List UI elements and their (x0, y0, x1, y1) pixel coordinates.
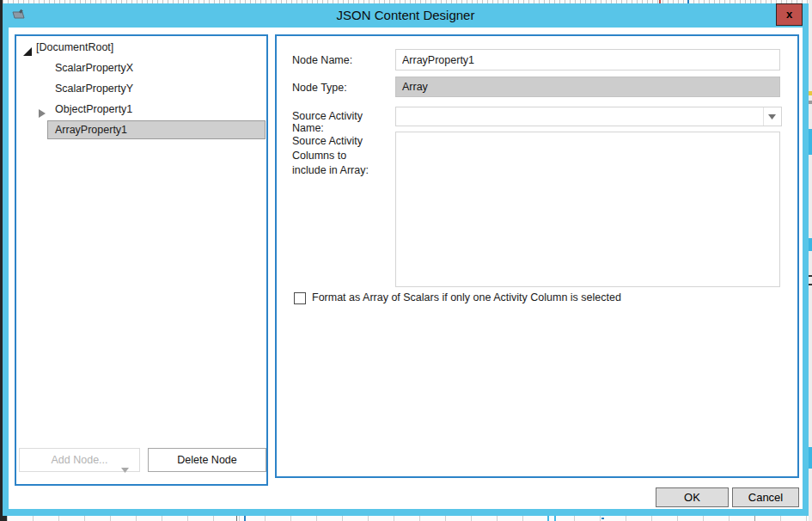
tree-item-scalarpropertyx[interactable]: ScalarPropertyX (16, 58, 133, 77)
format-as-array-checkbox-label[interactable]: Format as Array of Scalars if only one A… (312, 291, 621, 303)
node-type-value: Array (402, 81, 428, 93)
cancel-button-label: Cancel (748, 491, 783, 504)
node-properties-panel: Node Name: Node Type: Array Source Activ… (275, 34, 799, 478)
tree-item-arrayproperty1-selected[interactable]: ArrayProperty1 (16, 120, 127, 139)
background-fragment (809, 101, 812, 104)
tree-item-label: ArrayProperty1 (55, 124, 127, 136)
add-node-label: Add Node... (51, 454, 107, 466)
chevron-down-icon (768, 114, 776, 120)
node-type-label: Node Type: (292, 82, 395, 94)
combobox-arrow-segment[interactable] (763, 107, 781, 126)
close-icon: x (786, 8, 792, 21)
tree-expander-collapsed-icon[interactable] (39, 105, 47, 113)
json-content-designer-dialog: JSON Content Designer x [DocumentRoot] S… (3, 3, 809, 516)
node-name-input[interactable] (395, 49, 780, 70)
tree-item-documentroot[interactable]: [DocumentRoot] (16, 38, 113, 57)
node-type-field: Array (395, 77, 780, 97)
background-fragment (809, 129, 812, 155)
ruler-mark (236, 516, 237, 521)
tree-item-label: [DocumentRoot] (36, 41, 113, 53)
source-activity-name-combobox[interactable] (395, 107, 782, 126)
dialog-client-area: [DocumentRoot] ScalarPropertyX ScalarPro… (9, 28, 803, 509)
background-fragment (809, 238, 812, 251)
tree-item-label: ScalarPropertyX (55, 62, 133, 74)
ruler-mark (244, 516, 246, 521)
add-node-button[interactable]: Add Node... (19, 448, 140, 472)
tree-item-label: ObjectProperty1 (55, 103, 132, 115)
background-left-panel-edge (0, 516, 7, 521)
ruler-mark (554, 516, 556, 521)
source-activity-columns-listbox[interactable] (395, 132, 780, 287)
background-fragment (809, 91, 812, 95)
source-activity-columns-label: Source Activity Columns to include in Ar… (292, 134, 395, 178)
tree-item-scalarpropertyy[interactable]: ScalarPropertyY (16, 79, 133, 98)
background-fragment (809, 447, 812, 469)
ok-button[interactable]: OK (656, 487, 729, 507)
background-right-edge (809, 0, 812, 521)
window-title: JSON Content Designer (337, 8, 475, 22)
cancel-button[interactable]: Cancel (732, 487, 799, 507)
tree-item-label: ScalarPropertyY (55, 83, 133, 95)
ruler-mark (754, 516, 755, 521)
add-node-dropdown-icon (121, 458, 129, 481)
ruler-mark (601, 518, 604, 519)
ok-button-label: OK (684, 491, 700, 504)
background-fragment (809, 284, 812, 285)
delete-node-button[interactable]: Delete Node (148, 448, 266, 472)
format-as-array-checkbox[interactable] (294, 292, 306, 304)
title-bar: JSON Content Designer x (3, 3, 809, 28)
tree-expander-expanded-icon[interactable] (23, 43, 32, 52)
ruler-mark (547, 516, 549, 521)
source-activity-name-label: Source Activity Name: (292, 110, 395, 134)
node-name-label: Node Name: (292, 54, 395, 66)
tree-item-objectproperty1[interactable]: ObjectProperty1 (16, 100, 132, 119)
delete-node-label: Delete Node (177, 454, 237, 466)
background-ruler-bottom (7, 516, 809, 521)
close-button[interactable]: x (776, 3, 803, 26)
app-icon (11, 8, 27, 23)
node-tree-panel: [DocumentRoot] ScalarPropertyX ScalarPro… (15, 34, 268, 486)
background-fragment (809, 275, 812, 277)
